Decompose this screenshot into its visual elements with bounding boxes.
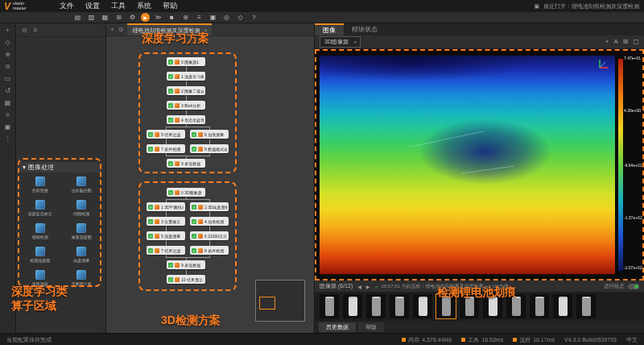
flow-node[interactable]: ✓2 3D高度测量	[190, 202, 229, 211]
stop-icon[interactable]: ■	[167, 13, 177, 22]
flow-node[interactable]: ✓3 位置修正	[147, 217, 185, 226]
grid-icon[interactable]: ▦	[5, 100, 11, 106]
more-icon[interactable]: ⋮	[5, 136, 11, 143]
select-tool-icon[interactable]: +	[6, 27, 10, 34]
flow-node[interactable]: ✓8 数据格式化	[190, 144, 229, 153]
tab-module-status[interactable]: 模块状态	[344, 23, 386, 35]
menu-item-0[interactable]: 文件	[54, 1, 80, 11]
fit-view-icon[interactable]: ▭	[5, 76, 11, 82]
run-once-icon[interactable]: ▶	[141, 13, 150, 22]
flow-node[interactable]: ✓10 结果显示	[167, 275, 205, 284]
run-state-toggle[interactable]	[628, 284, 639, 289]
thumbnail-7[interactable]	[460, 294, 479, 318]
flow-node[interactable]: ✓8 条件检测	[190, 246, 229, 255]
undo-icon[interactable]: ↺	[5, 88, 10, 94]
algo-item-5[interactable]: 修复深度图	[61, 223, 103, 239]
algo-item-9[interactable]: 平面度计算	[61, 270, 103, 286]
algo-item-0[interactable]: 色彩变换	[19, 177, 61, 193]
flow-node[interactable]: ✓5 深度测量	[147, 231, 185, 240]
depth-heatmap-image[interactable]	[320, 56, 615, 274]
fullscreen-icon[interactable]: ▢	[633, 38, 639, 45]
prev-image-button[interactable]: ◀	[357, 284, 361, 289]
thumbnail-1[interactable]	[320, 294, 339, 318]
flow-node[interactable]: ✓6 划痕测量	[190, 130, 229, 139]
run-continuous-icon[interactable]: ≫	[153, 13, 163, 22]
flow-node[interactable]: ✓3 Blob分析	[167, 101, 205, 110]
thumbnail-12[interactable]	[576, 294, 596, 318]
algo-item-3[interactable]: 间隙检测	[61, 200, 103, 216]
close-tab-icon[interactable]: ×	[204, 27, 207, 33]
zoom-out-icon[interactable]: ⊖	[5, 64, 10, 70]
flow-node[interactable]: ✓4 划痕检测	[190, 217, 229, 226]
ui-designer-icon[interactable]: ▣	[208, 13, 218, 22]
flow-node[interactable]: ✓1 3D平面拟合	[147, 202, 185, 211]
zoom-in-icon[interactable]: ⊕	[5, 52, 10, 58]
flow-node[interactable]: ✓5 结果过滤	[147, 130, 185, 139]
export-icon[interactable]: ⊞	[114, 13, 124, 22]
tools-icon[interactable]: ◇	[235, 13, 246, 22]
text-overlay-icon[interactable]: A	[613, 38, 617, 45]
canvas-minimap[interactable]	[255, 280, 305, 322]
image-processing-header[interactable]: ▾ 图像处理	[19, 162, 102, 172]
menu-item-2[interactable]: 工具	[105, 1, 131, 11]
canvas-pan-icon[interactable]: +	[110, 26, 114, 33]
tab-image[interactable]: 图像	[315, 23, 344, 35]
image-viewport[interactable]: 7.47e+014.30e+00-6.64e+01-1.37e+02-2.07e…	[315, 49, 644, 281]
flow-node[interactable]: ✓6 21000点云	[190, 231, 229, 240]
algo-item-8[interactable]: 深度滤波	[19, 270, 61, 286]
edit-pen-icon[interactable]: +	[605, 38, 609, 45]
tab-history-data[interactable]: 历史数据	[319, 322, 356, 332]
next-image-button[interactable]: ▶	[366, 284, 370, 289]
search-icon[interactable]: ⊙	[22, 27, 27, 34]
algo-item-2[interactable]: 深度姿态校正	[19, 200, 61, 216]
menu-item-1[interactable]: 设置	[80, 1, 105, 11]
flow-node[interactable]: ✓0 图像源1	[167, 57, 205, 66]
flow-node[interactable]: ✓9 发送数据	[167, 159, 205, 168]
global-variable-icon[interactable]: ≡	[194, 13, 204, 22]
status-metric: 流程16.17ms	[513, 336, 555, 344]
algo-item-4[interactable]: 褶皱检测	[19, 223, 61, 239]
language-switch[interactable]: 中文	[626, 336, 638, 344]
menu-item-3[interactable]: 系统	[131, 1, 157, 11]
flow-node[interactable]: ✓0 3D图像源	[167, 188, 205, 197]
minimap-viewport[interactable]	[259, 297, 275, 310]
flow-canvas[interactable]: +⊙ 锂电池划痕检测及深度检测 × ✓0 图像源1✓1 深度学习推理✓2 图像二…	[106, 23, 314, 333]
module-list-icon[interactable]: ▣	[5, 124, 11, 131]
flow-node[interactable]: ✓7 条件检测	[147, 144, 185, 153]
tab-help[interactable]: 帮助	[358, 322, 384, 332]
algo-item-7[interactable]: 高度测量	[61, 247, 103, 263]
flow-node[interactable]: ✓2 图像二值化	[167, 86, 205, 95]
menu-item-4[interactable]: 帮助	[157, 1, 183, 11]
new-solution-icon[interactable]: ▤	[72, 13, 83, 22]
filter-icon[interactable]: ≡	[34, 27, 38, 34]
algo-item-6[interactable]: 检测深度图	[19, 247, 61, 263]
flow-node[interactable]: ✓4 形态学处理	[167, 115, 205, 124]
open-solution-icon[interactable]: ▥	[86, 13, 97, 22]
flow-node[interactable]: ✓1 深度学习推理	[167, 72, 205, 81]
solution-tab[interactable]: 锂电池划痕检测及深度检测 ×	[127, 23, 212, 35]
pan-tool-icon[interactable]: ◇	[5, 39, 10, 46]
thumbnail-9[interactable]	[506, 294, 526, 318]
communication-icon[interactable]: ⊕	[180, 13, 191, 22]
thumbnail-8[interactable]	[483, 294, 502, 318]
camera-icon[interactable]: ◎	[221, 13, 232, 22]
collapse-caret-icon[interactable]: ▾	[23, 164, 26, 171]
split-view-icon[interactable]: ⊞	[623, 38, 629, 45]
canvas-locate-icon[interactable]: ⊙	[118, 26, 124, 33]
flow-node[interactable]: ✓7 结果过滤	[147, 246, 185, 255]
save-solution-icon[interactable]: ▦	[100, 13, 110, 22]
layers-icon[interactable]: ≡	[6, 112, 10, 118]
thumbnail-5[interactable]	[413, 294, 432, 318]
thumbnail-6[interactable]	[436, 294, 456, 318]
thumbnail-11[interactable]	[553, 294, 572, 318]
help-icon[interactable]: ?	[249, 13, 259, 22]
image-source-select[interactable]: 3D图像源 ▾	[320, 36, 361, 48]
settings-icon[interactable]: ⚙	[127, 13, 138, 22]
flow-node[interactable]: ✓9 发送数据	[167, 260, 205, 269]
thumbnail-10[interactable]	[530, 294, 549, 318]
thumbnail-4[interactable]	[390, 294, 409, 318]
algo-item-1[interactable]: 法向融合图	[61, 177, 103, 193]
thumbnail-3[interactable]	[366, 294, 386, 318]
recent-file-text[interactable]: 最近打开：锂电池划痕检测及深度检测	[543, 2, 639, 10]
thumbnail-2[interactable]	[343, 294, 362, 318]
